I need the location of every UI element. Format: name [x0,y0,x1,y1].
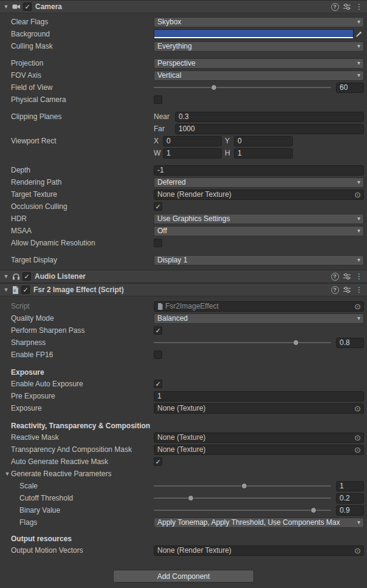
slider-track[interactable] [154,510,331,511]
foldout-arrow[interactable]: ▼ [2,273,10,279]
exposure-object-field[interactable]: None (Texture) ⊙ [154,403,364,414]
rendering-path-label: Rendering Path [11,178,154,186]
camera-properties: Clear Flags Skybox ▾ Background Culling … [0,13,367,270]
physical-camera-checkbox[interactable] [154,95,162,104]
slider-handle[interactable] [188,495,194,501]
scale-value-field[interactable]: 1 [336,481,364,491]
rendering-path-dropdown[interactable]: Deferred ▾ [154,177,364,188]
slider-handle[interactable] [293,340,299,346]
object-picker-icon[interactable]: ⊙ [353,405,362,412]
output-motion-vectors-object-field[interactable]: None (Render Texture) ⊙ [154,545,364,556]
generate-reactive-parameters-row[interactable]: ▼ Generate Reactive Parameters [0,468,367,480]
slider-track[interactable] [154,87,331,88]
clear-flags-row: Clear Flags Skybox ▾ [0,16,367,28]
allow-dynamic-resolution-checkbox[interactable] [154,239,162,247]
help-icon[interactable]: ? [330,3,340,11]
cutoff-threshold-slider[interactable] [154,492,331,504]
viewport-y-field[interactable]: 0 [234,136,293,146]
fsr2-enabled-checkbox[interactable] [21,285,30,294]
slider-track[interactable] [154,342,331,343]
camera-component-title: Camera [35,2,328,11]
help-icon[interactable]: ? [330,273,340,281]
field-of-view-value-field[interactable]: 60 [336,83,364,93]
camera-enabled-checkbox[interactable] [23,2,32,11]
scale-slider[interactable] [154,480,331,492]
slider-handle[interactable] [310,507,317,513]
enable-fp16-checkbox[interactable] [154,350,162,359]
flags-dropdown[interactable]: Apply Tonemap, Apply Threshold, Use Comp… [154,518,364,528]
far-field[interactable]: 1000 [175,124,364,134]
target-texture-object-field[interactable]: None (Render Texture) ⊙ [154,190,364,200]
sharpness-value-field[interactable]: 0.8 [336,338,364,348]
script-icon: # [12,286,19,294]
object-field-value: None (Render Texture) [157,546,353,555]
projection-dropdown[interactable]: Perspective ▾ [154,58,364,69]
occlusion-culling-checkbox[interactable] [154,202,162,211]
enable-auto-exposure-row: Enable Auto Exposure [0,378,367,390]
pre-exposure-field[interactable]: 1 [154,391,364,402]
perform-sharpen-pass-checkbox[interactable] [154,326,162,335]
foldout-arrow[interactable]: ▼ [2,287,10,293]
exposure-label: Exposure [11,404,154,412]
auto-generate-reactive-mask-checkbox[interactable] [154,457,162,466]
cutoff-threshold-value-field[interactable]: 0.2 [336,493,364,504]
camera-component-header[interactable]: ▼ Camera ? ⋮ [0,0,367,13]
clear-flags-dropdown[interactable]: Skybox ▾ [154,17,364,27]
msaa-label: MSAA [11,227,154,235]
dropdown-value: Balanced [157,314,355,323]
transparency-mask-object-field[interactable]: None (Texture) ⊙ [154,445,364,455]
foldout-arrow[interactable]: ▼ [2,4,10,10]
kebab-menu-icon[interactable]: ⋮ [354,2,364,11]
object-picker-icon[interactable]: ⊙ [353,547,362,555]
object-picker-icon[interactable]: ⊙ [353,434,362,442]
viewport-w-field[interactable]: 1 [163,148,222,159]
foldout-arrow[interactable]: ▼ [4,471,11,477]
chevron-down-icon: ▾ [357,72,360,78]
object-picker-icon[interactable]: ⊙ [353,303,362,310]
binary-value-value-field[interactable]: 0.9 [336,505,364,516]
fov-axis-dropdown[interactable]: Vertical ▾ [154,70,364,81]
clipping-planes-near-row: Clipping Planes Near 0.3 [0,111,367,123]
eyedropper-icon[interactable] [354,31,364,38]
slider-handle[interactable] [241,483,247,489]
object-field-value: None (Texture) [157,404,353,412]
dropdown-value: Off [157,227,355,235]
enable-auto-exposure-checkbox[interactable] [154,380,162,388]
depth-field[interactable]: -1 [154,165,364,176]
fsr2-component-header[interactable]: ▼ # Fsr 2 Image Effect (Script) ? ⋮ [0,283,367,296]
presets-icon[interactable] [342,3,352,10]
presets-icon[interactable] [342,286,352,293]
field-of-view-slider[interactable] [154,81,331,94]
near-field[interactable]: 0.3 [175,112,364,122]
h-label: H [225,149,231,157]
binary-value-slider[interactable] [154,504,331,516]
reactive-mask-object-field[interactable]: None (Texture) ⊙ [154,432,364,443]
viewport-x-field[interactable]: 0 [163,136,222,146]
script-object-field: Fsr2ImageEffect ⊙ [154,301,364,312]
hdr-dropdown[interactable]: Use Graphics Settings ▾ [154,214,364,224]
object-picker-icon[interactable]: ⊙ [353,191,362,199]
audio-listener-component-header[interactable]: ▼ Audio Listener ? ⋮ [0,270,367,283]
culling-mask-dropdown[interactable]: Everything ▾ [154,41,364,52]
quality-mode-row: Quality Mode Balanced ▾ [0,312,367,324]
sharpness-row: Sharpness 0.8 [0,337,367,349]
kebab-menu-icon[interactable]: ⋮ [354,272,364,281]
help-icon[interactable]: ? [330,286,340,294]
slider-handle[interactable] [211,84,217,91]
add-component-button[interactable]: Add Component [113,570,254,583]
kebab-menu-icon[interactable]: ⋮ [354,285,364,294]
audio-listener-enabled-checkbox[interactable] [22,272,31,281]
depth-row: Depth -1 [0,164,367,176]
field-of-view-label: Field of View [11,83,154,92]
msaa-dropdown[interactable]: Off ▾ [154,226,364,236]
slider-track[interactable] [154,497,331,499]
viewport-h-field[interactable]: 1 [234,148,293,159]
presets-icon[interactable] [342,273,352,280]
quality-mode-dropdown[interactable]: Balanced ▾ [154,313,364,324]
chevron-down-icon: ▾ [357,19,360,25]
dropdown-value: Everything [157,42,355,50]
sharpness-slider[interactable] [154,337,331,349]
target-display-dropdown[interactable]: Display 1 ▾ [154,255,364,265]
object-picker-icon[interactable]: ⊙ [353,446,362,454]
background-color-swatch[interactable] [154,29,354,39]
